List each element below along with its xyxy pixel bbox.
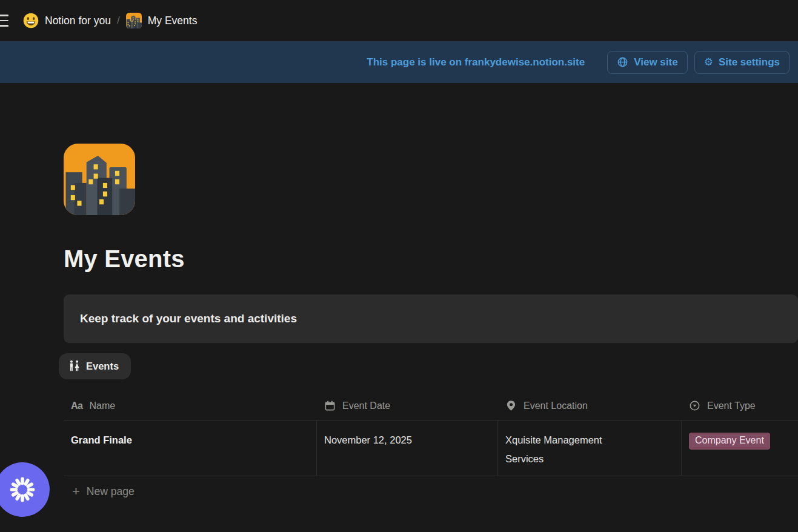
smiley-emoji-icon: [23, 13, 39, 28]
column-header-name[interactable]: Aa Name: [64, 401, 317, 411]
globe-icon: [617, 56, 628, 68]
site-live-banner: This page is live on frankydewise.notion…: [0, 41, 798, 83]
table-header-row: Aa Name Event Date Event Location Event …: [64, 391, 798, 421]
new-page-label: New page: [87, 485, 135, 498]
cell-event-type[interactable]: Company Event: [682, 421, 798, 476]
spark-burst-icon: [8, 476, 36, 504]
cell-event-location[interactable]: Xquisite Management Services: [498, 421, 682, 476]
events-table: Aa Name Event Date Event Location Event …: [64, 391, 798, 507]
column-header-type-label: Event Type: [707, 401, 756, 411]
breadcrumb-page-label: My Events: [148, 15, 198, 27]
view-site-label: View site: [634, 56, 677, 68]
column-header-date-label: Event Date: [342, 401, 390, 411]
breadcrumb-separator: /: [117, 15, 120, 27]
breadcrumb: Notion for you / My Events: [23, 13, 197, 28]
view-site-button[interactable]: View site: [607, 51, 687, 74]
page-content: My Events Keep track of your events and …: [0, 144, 798, 507]
notion-ai-button[interactable]: [0, 462, 50, 517]
people-icon: [68, 360, 81, 373]
breadcrumb-page[interactable]: My Events: [126, 13, 198, 28]
gear-icon: ⚙: [704, 57, 713, 67]
plus-icon: +: [72, 485, 80, 498]
table-row: Grand Finale November 12, 2025 Xquisite …: [64, 421, 798, 476]
top-bar: Notion for you / My Events: [0, 0, 798, 41]
callout-block[interactable]: Keep track of your events and activities: [64, 294, 798, 343]
cell-event-date[interactable]: November 12, 2025: [317, 421, 498, 476]
cell-name[interactable]: Grand Finale: [64, 421, 317, 476]
calendar-icon: [324, 400, 336, 411]
site-settings-button[interactable]: ⚙ Site settings: [694, 51, 790, 74]
breadcrumb-workspace-label: Notion for you: [45, 15, 111, 27]
city-page-icon-small: [126, 13, 142, 28]
city-page-icon[interactable]: [64, 144, 135, 215]
site-settings-label: Site settings: [719, 56, 780, 68]
column-header-event-type[interactable]: Event Type: [682, 400, 798, 411]
text-aa-icon: Aa: [71, 401, 82, 411]
callout-text: Keep track of your events and activities: [80, 312, 297, 325]
new-page-button[interactable]: + New page: [64, 476, 798, 507]
column-header-location-label: Event Location: [524, 401, 588, 411]
column-header-event-date[interactable]: Event Date: [317, 400, 498, 411]
event-type-badge[interactable]: Company Event: [689, 433, 770, 450]
location-pin-icon: [505, 400, 517, 411]
tab-events-view[interactable]: Events: [59, 353, 131, 379]
select-dropdown-icon: [689, 400, 700, 411]
page-title: My Events: [64, 245, 798, 273]
column-header-name-label: Name: [89, 401, 115, 411]
breadcrumb-workspace[interactable]: Notion for you: [23, 13, 111, 28]
column-header-event-location[interactable]: Event Location: [498, 400, 682, 411]
events-tab-label: Events: [86, 361, 119, 372]
sidebar-menu-icon[interactable]: [0, 15, 8, 27]
site-live-message: This page is live on frankydewise.notion…: [367, 56, 585, 68]
